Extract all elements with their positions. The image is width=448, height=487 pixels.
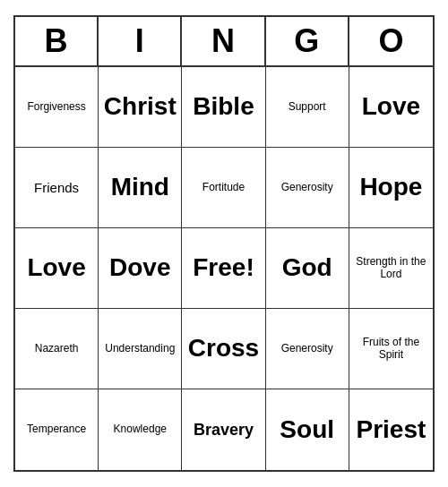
cell-text-2: Bible: [193, 92, 254, 121]
cell-text-11: Dove: [109, 253, 170, 282]
cell-text-14: Strength in the Lord: [353, 256, 429, 281]
cell-text-5: Friends: [34, 180, 79, 195]
bingo-cell-10: Love: [15, 228, 99, 309]
cell-text-3: Support: [289, 101, 326, 114]
bingo-cell-11: Dove: [99, 228, 182, 309]
cell-text-24: Priest: [356, 415, 426, 444]
bingo-cell-7: Fortitude: [182, 148, 265, 228]
cell-text-16: Understanding: [105, 343, 175, 355]
bingo-cell-2: Bible: [182, 67, 265, 148]
cell-text-20: Temperance: [27, 423, 86, 436]
bingo-cell-13: God: [266, 228, 349, 309]
bingo-cell-4: Love: [349, 67, 433, 148]
bingo-cell-19: Fruits of the Spirit: [349, 309, 433, 389]
header-letter-i: I: [99, 17, 182, 65]
cell-text-23: Soul: [280, 415, 334, 444]
bingo-cell-16: Understanding: [99, 309, 182, 389]
header-letter-n: N: [182, 17, 265, 65]
cell-text-9: Hope: [359, 173, 422, 201]
cell-text-18: Generosity: [281, 343, 333, 355]
bingo-cell-18: Generosity: [266, 309, 349, 389]
bingo-cell-3: Support: [266, 67, 349, 148]
cell-text-10: Love: [27, 253, 85, 282]
bingo-cell-8: Generosity: [266, 148, 349, 228]
bingo-cell-5: Friends: [15, 148, 99, 228]
cell-text-15: Nazareth: [35, 343, 79, 355]
cell-text-7: Fortitude: [202, 182, 245, 194]
cell-text-13: God: [282, 253, 332, 282]
cell-text-19: Fruits of the Spirit: [353, 337, 429, 362]
bingo-cell-15: Nazareth: [15, 309, 99, 389]
bingo-cell-17: Cross: [182, 309, 265, 389]
bingo-cell-24: Priest: [349, 389, 433, 470]
cell-text-0: Forgiveness: [27, 101, 85, 114]
cell-text-8: Generosity: [281, 182, 333, 194]
bingo-cell-6: Mind: [99, 148, 182, 228]
header-letter-o: O: [349, 17, 433, 65]
cell-text-1: Christ: [104, 92, 177, 121]
bingo-cell-14: Strength in the Lord: [349, 228, 433, 309]
bingo-cell-12: Free!: [182, 228, 265, 309]
bingo-cell-21: Knowledge: [99, 389, 182, 470]
cell-text-12: Free!: [193, 253, 254, 282]
cell-text-21: Knowledge: [114, 423, 167, 436]
bingo-header: BINGO: [15, 17, 433, 67]
bingo-card: BINGO ForgivenessChristBibleSupportLoveF…: [13, 15, 435, 472]
bingo-grid: ForgivenessChristBibleSupportLoveFriends…: [15, 67, 433, 470]
bingo-cell-20: Temperance: [15, 389, 99, 470]
bingo-cell-22: Bravery: [182, 389, 265, 470]
bingo-cell-23: Soul: [266, 389, 349, 470]
bingo-cell-0: Forgiveness: [15, 67, 99, 148]
cell-text-4: Love: [362, 92, 420, 121]
cell-text-22: Bravery: [194, 421, 254, 440]
bingo-cell-1: Christ: [99, 67, 182, 148]
bingo-cell-9: Hope: [349, 148, 433, 228]
cell-text-17: Cross: [188, 334, 259, 363]
header-letter-b: B: [15, 17, 99, 65]
header-letter-g: G: [266, 17, 349, 65]
cell-text-6: Mind: [111, 173, 169, 201]
